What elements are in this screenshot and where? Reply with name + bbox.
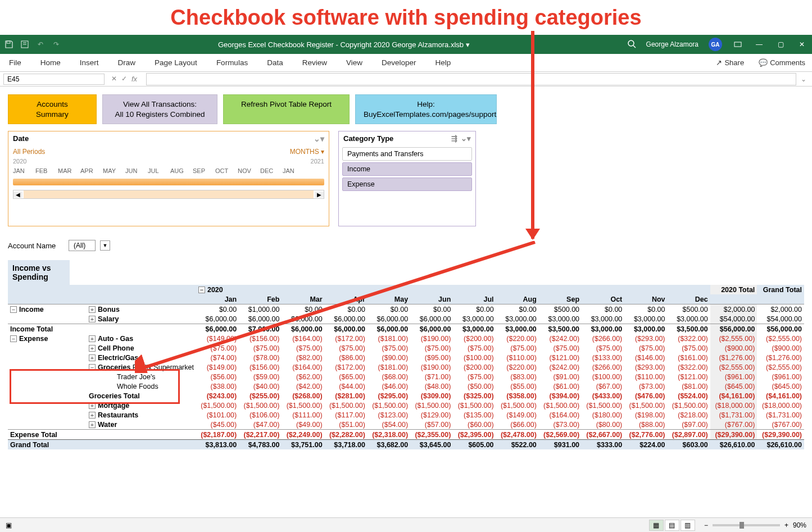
timeline-month[interactable]: FEB	[35, 167, 58, 174]
timeline-months[interactable]: JANFEBMARAPRMAYJUNJULAUGSEPOCTNOVDECJAN	[8, 165, 329, 176]
fx-icon[interactable]: fx	[131, 75, 137, 83]
expand-icon[interactable]: +	[89, 345, 96, 352]
scroll-thumb[interactable]	[24, 190, 314, 198]
multiselect-icon[interactable]: ⇶	[451, 134, 457, 143]
page-break-view-icon[interactable]: ▥	[681, 520, 695, 531]
expand-icon[interactable]: +	[89, 354, 96, 361]
table-row: +Electric/Gas($74.00)($78.00)($82.00)($8…	[8, 353, 804, 362]
accept-formula-icon[interactable]: ✓	[121, 75, 127, 83]
accounts-summary-button[interactable]: Accounts Summary	[8, 94, 97, 124]
refresh-pivot-button[interactable]: Refresh Pivot Table Report	[223, 94, 350, 124]
ribbon-tabs: File Home Insert Draw Page Layout Formul…	[0, 54, 812, 72]
comments-button[interactable]: 💬 Comments	[759, 58, 805, 67]
tab-developer[interactable]: Developer	[379, 55, 419, 70]
user-avatar[interactable]: GA	[709, 38, 722, 51]
timeline-month[interactable]: MAR	[58, 167, 80, 174]
cancel-formula-icon[interactable]: ✕	[111, 75, 117, 83]
tab-data[interactable]: Data	[265, 55, 285, 70]
annotation-arrow-down	[531, 31, 534, 239]
account-name-value[interactable]: (All)	[69, 240, 96, 251]
table-row: +Water($45.00)($47.00)($49.00)($51.00)($…	[8, 420, 804, 430]
cat-income[interactable]: Income	[342, 162, 472, 176]
scroll-right-icon[interactable]: ▶	[315, 192, 324, 198]
zoom-in-icon[interactable]: +	[784, 521, 788, 529]
svg-rect-6	[734, 42, 741, 47]
tab-file[interactable]: File	[7, 55, 24, 70]
timeline-month[interactable]: NOV	[238, 167, 260, 174]
timeline-month[interactable]: MAY	[103, 167, 125, 174]
expand-icon[interactable]: +	[89, 335, 96, 342]
tab-review[interactable]: Review	[300, 55, 329, 70]
all-periods-label: All Periods	[13, 148, 45, 156]
table-row: Groceries Total($243.00)($255.00)($268.0…	[8, 391, 804, 401]
normal-view-icon[interactable]: ▦	[649, 520, 664, 531]
expand-icon[interactable]: +	[89, 421, 96, 428]
search-icon[interactable]	[627, 39, 636, 50]
pivot-title: Income vs Spending	[8, 260, 70, 285]
table-row: −Groceries Publix Supermarket($149.00)($…	[8, 362, 804, 372]
ribbon-display-icon[interactable]	[732, 39, 743, 50]
tab-insert[interactable]: Insert	[78, 55, 101, 70]
status-bar: ▣ ▦ ▤ ▥ − + 90%	[0, 517, 812, 532]
months-dropdown[interactable]: MONTHS ▾	[290, 148, 324, 156]
timeline-month[interactable]: JUL	[148, 167, 170, 174]
autosave-icon[interactable]	[20, 40, 29, 49]
tab-home[interactable]: Home	[38, 55, 63, 70]
user-name[interactable]: George Alzamora	[646, 40, 698, 48]
tab-help[interactable]: Help	[433, 55, 453, 70]
clear-slicer-icon[interactable]: ⌄▾	[461, 134, 471, 143]
titlebar: ↶ ↷ Georges Excel Checkbook Register - C…	[0, 35, 812, 54]
timeline-month[interactable]: JAN	[283, 167, 305, 174]
collapse-year-icon[interactable]: −	[198, 287, 205, 293]
tab-view[interactable]: View	[344, 55, 365, 70]
collapse-icon[interactable]: −	[10, 335, 17, 342]
expand-formula-icon[interactable]: ⌄	[799, 75, 809, 83]
zoom-level[interactable]: 90%	[793, 521, 806, 529]
svg-point-4	[628, 40, 634, 46]
expand-icon[interactable]: +	[89, 316, 96, 322]
timeline-month[interactable]: DEC	[260, 167, 283, 174]
collapse-icon[interactable]: −	[89, 364, 96, 371]
table-row: Trader Joe's($56.00)($59.00)($62.00)($65…	[8, 372, 804, 381]
timeline-scrollbar[interactable]: ◀▶	[13, 190, 324, 199]
cat-expense[interactable]: Expense	[342, 178, 472, 191]
page-layout-view-icon[interactable]: ▤	[665, 520, 679, 531]
timeline-bar[interactable]	[13, 179, 324, 185]
view-all-transactions-button[interactable]: View All Transactions: All 10 Registers …	[102, 94, 217, 124]
timeline-month[interactable]: AUG	[170, 167, 193, 174]
maximize-icon[interactable]: ▢	[775, 39, 786, 50]
collapse-icon[interactable]: −	[10, 306, 17, 313]
zoom-out-icon[interactable]: −	[704, 521, 708, 529]
share-button[interactable]: ↗ Share	[716, 58, 744, 67]
tab-formulas[interactable]: Formulas	[214, 55, 250, 70]
formula-input[interactable]	[146, 73, 796, 85]
table-row: +Restaurants($101.00)($106.00)($111.00)(…	[8, 410, 804, 420]
tab-page-layout[interactable]: Page Layout	[152, 55, 199, 70]
zoom-slider[interactable]	[713, 524, 780, 526]
save-icon[interactable]	[4, 40, 13, 49]
expand-icon[interactable]: +	[89, 306, 96, 313]
name-box[interactable]: E45	[3, 74, 105, 85]
account-name-dropdown[interactable]: ▼	[100, 240, 110, 251]
timeline-month[interactable]: APR	[80, 167, 103, 174]
timeline-month[interactable]: OCT	[215, 167, 238, 174]
undo-icon[interactable]: ↶	[36, 40, 45, 49]
timeline-month[interactable]: JAN	[13, 167, 35, 174]
record-macro-icon[interactable]: ▣	[6, 521, 12, 529]
category-type-slicer[interactable]: Category Type⇶⌄▾ Payments and Transfers …	[338, 131, 476, 226]
help-button[interactable]: Help: BuyExcelTemplates.com/pages/suppor…	[355, 94, 497, 124]
expand-icon[interactable]: +	[89, 402, 96, 409]
close-icon[interactable]: ✕	[796, 39, 808, 50]
tab-draw[interactable]: Draw	[116, 55, 138, 70]
clear-filter-icon[interactable]: ⌄▾	[314, 134, 324, 143]
table-row: Whole Foods($38.00)($40.00)($42.00)($44.…	[8, 381, 804, 391]
cat-payments[interactable]: Payments and Transfers	[342, 147, 472, 161]
timeline-month[interactable]: JUN	[125, 167, 148, 174]
redo-icon[interactable]: ↷	[52, 40, 61, 49]
year-right: 2021	[311, 158, 324, 165]
minimize-icon[interactable]: —	[754, 39, 765, 50]
expand-icon[interactable]: +	[89, 412, 96, 419]
date-timeline-slicer[interactable]: Date⌄▾ All PeriodsMONTHS ▾ 20202021 JANF…	[8, 131, 329, 226]
scroll-left-icon[interactable]: ◀	[13, 192, 22, 198]
timeline-month[interactable]: SEP	[193, 167, 215, 174]
